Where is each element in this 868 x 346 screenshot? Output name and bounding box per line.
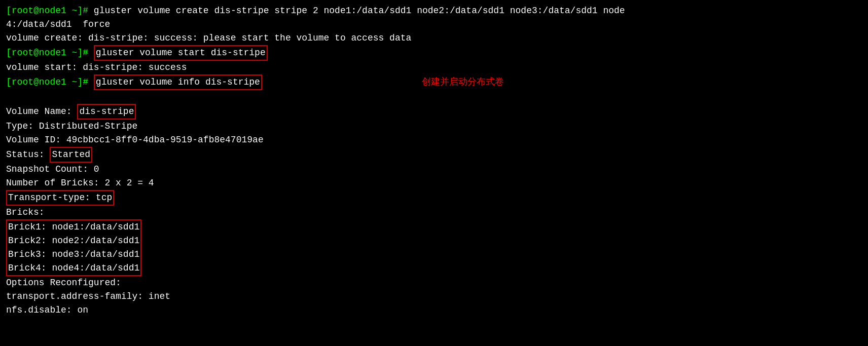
brick2-text: Brick2: node2:/data/sdd1 xyxy=(8,234,139,248)
brick3-line: Brick3: node3:/data/sdd1 xyxy=(8,248,139,261)
type-text: Type: Distributed-Stripe xyxy=(6,120,137,133)
terminal: [root@node1 ~]# gluster volume create di… xyxy=(6,4,862,346)
transport-type-text: Transport-type: tcp xyxy=(6,190,114,206)
brick1-text: Brick1: node1:/data/sdd1 xyxy=(8,220,139,234)
volume-id-text: Volume ID: 49cbbcc1-8ff0-4dba-9519-afb8e… xyxy=(6,133,264,147)
output-volume-name: Volume Name: dis-stripe xyxy=(6,104,862,120)
num-bricks-text: Number of Bricks: 2 x 2 = 4 xyxy=(6,176,154,190)
command-3-highlighted: gluster volume start dis-stripe xyxy=(94,45,268,61)
prompt-3: [root@node1 ~]# xyxy=(6,46,88,60)
output-nfs-disable: nfs.disable: on xyxy=(6,303,862,317)
output-2: volume create: dis-stripe: success: plea… xyxy=(6,31,411,45)
brick4-text: Brick4: node4:/data/sdd1 xyxy=(8,261,139,275)
snapshot-count-text: Snapshot Count: 0 xyxy=(6,163,99,176)
command-5-space xyxy=(88,75,94,89)
prompt-5: [root@node1 ~]# xyxy=(6,75,88,89)
output-line-2: volume create: dis-stripe: success: plea… xyxy=(6,31,862,45)
status-value: Started xyxy=(50,147,92,163)
bricks-box: Brick1: node1:/data/sdd1 Brick2: node2:/… xyxy=(6,219,141,276)
volume-name-label: Volume Name: xyxy=(6,105,77,119)
command-line-5: [root@node1 ~]# gluster volume info dis-… xyxy=(6,74,862,90)
output-4: volume start: dis-stripe: success xyxy=(6,61,187,74)
command-1b: 4:/data/sdd1 xyxy=(6,18,83,31)
output-bricks-header: Bricks: xyxy=(6,206,862,219)
brick4-line: Brick4: node4:/data/sdd1 xyxy=(8,261,139,275)
force-text: force xyxy=(83,18,110,31)
output-volume-id: Volume ID: 49cbbcc1-8ff0-4dba-9519-afb8e… xyxy=(6,133,862,147)
prompt-1: [root@node1 ~]# xyxy=(6,4,88,18)
status-label: Status: xyxy=(6,148,50,162)
bricks-header-text: Bricks: xyxy=(6,206,45,219)
command-line-1: [root@node1 ~]# gluster volume create di… xyxy=(6,4,862,18)
output-transport-type: Transport-type: tcp xyxy=(6,190,862,206)
empty-line-1 xyxy=(6,90,862,104)
brick3-text: Brick3: node3:/data/sdd1 xyxy=(8,248,139,261)
command-5-highlighted: gluster volume info dis-stripe xyxy=(94,74,262,90)
output-type: Type: Distributed-Stripe xyxy=(6,120,862,133)
command-1: gluster volume create dis-stripe stripe … xyxy=(88,4,625,18)
output-options-reconfigured: Options Reconfigured: xyxy=(6,276,862,290)
output-snapshot-count: Snapshot Count: 0 xyxy=(6,163,862,176)
options-reconfigured-text: Options Reconfigured: xyxy=(6,276,121,290)
transport-address-text: transport.address-family: inet xyxy=(6,290,170,303)
annotation-create-start: 创建并启动分布式卷 xyxy=(422,75,504,89)
volume-name-value: dis-stripe xyxy=(77,104,136,120)
command-line-3: [root@node1 ~]# gluster volume start dis… xyxy=(6,45,862,61)
brick1-line: Brick1: node1:/data/sdd1 xyxy=(8,220,139,234)
nfs-disable-text: nfs.disable: on xyxy=(6,303,88,317)
brick2-line: Brick2: node2:/data/sdd1 xyxy=(8,234,139,248)
output-num-bricks: Number of Bricks: 2 x 2 = 4 xyxy=(6,176,862,190)
output-transport-address: transport.address-family: inet xyxy=(6,290,862,303)
command-line-1b: 4:/data/sdd1 force xyxy=(6,18,862,31)
output-status: Status: Started xyxy=(6,147,862,163)
command-3-space xyxy=(88,46,94,60)
output-line-4: volume start: dis-stripe: success xyxy=(6,61,862,74)
